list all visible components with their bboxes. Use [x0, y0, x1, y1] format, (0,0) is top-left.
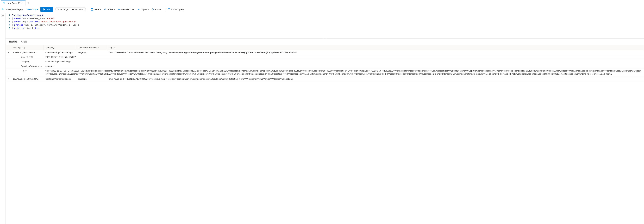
detail-row: Log_s time="2023-11-07T18:41:45.51159071… — [6, 68, 644, 77]
new-alert-button[interactable]: New alert rule — [117, 7, 134, 11]
table-row[interactable]: 11/7/2023, 6:41:45.511 … ContainerAppCon… — [6, 50, 644, 55]
tab-label: New Query 1* — [7, 2, 20, 4]
run-label: Run — [46, 8, 50, 10]
scope-section: workspace-stageg… Select scope — [2, 8, 38, 10]
col-app[interactable]: ContainerAppName_s — [76, 45, 107, 50]
save-button[interactable]: Save ▾ — [90, 7, 101, 11]
cell-log: time="2023-11-07T18:41:00.718468847Z" le… — [107, 77, 644, 81]
svg-point-1 — [2, 8, 3, 9]
cell-log: time="2023-11-07T18:41:45.511590713Z" le… — [107, 50, 644, 55]
detail-value: 2023-11-07T18:41:45.5116722Z — [44, 55, 644, 59]
save-icon — [91, 8, 93, 11]
expander-header — [6, 45, 11, 50]
chevron-down-icon: ▾ — [148, 8, 149, 10]
results-tabs: Results Chart — [6, 39, 644, 45]
col-log[interactable]: Log_s — [107, 45, 644, 50]
save-label: Save — [94, 8, 99, 10]
export-button[interactable]: Export ▾ — [137, 7, 149, 11]
detail-value: time="2023-11-07T18:41:45.511590713Z" le… — [44, 68, 644, 77]
detail-row: time_t [UTC] 2023-11-07T18:41:45.5116722… — [6, 55, 644, 59]
plus-icon — [118, 8, 120, 11]
export-icon — [137, 8, 140, 11]
detail-value: stageapp — [44, 64, 644, 68]
close-icon[interactable]: ✕ — [21, 1, 24, 4]
tab-results[interactable]: Results — [9, 39, 18, 45]
select-scope-link[interactable]: Select scope — [26, 8, 38, 10]
main-panel: 12345 ContainerAppConsoleLogs_CL | where… — [6, 13, 644, 224]
share-button[interactable]: Share ▾ — [104, 7, 115, 11]
cell-app: stageapp — [76, 77, 107, 81]
log-analytics-icon — [3, 2, 6, 4]
workspace-name[interactable]: workspace-stageg… — [6, 8, 25, 10]
new-tab-button[interactable]: + — [26, 1, 31, 4]
svg-point-0 — [4, 2, 4, 3]
query-tabs: New Query 1* ✕ + — [0, 0, 644, 6]
detail-key: Log_s — [11, 68, 44, 77]
chevron-down-icon: ▾ — [162, 8, 162, 10]
run-button[interactable]: Run — [40, 7, 53, 12]
header-row: time_t [UTC] Category ContainerAppName_s… — [6, 45, 644, 50]
results-grid: time_t [UTC] Category ContainerAppName_s… — [6, 45, 644, 81]
new-alert-label: New alert rule — [121, 8, 134, 10]
detail-value: ContainerAppConsoleLogs — [44, 59, 644, 64]
pin-button[interactable]: Pin to ▾ — [151, 7, 163, 11]
share-icon — [104, 8, 106, 11]
tab-new-query-1[interactable]: New Query 1* ✕ — [1, 0, 26, 6]
table-row[interactable]: 11/7/2023, 6:41:00.718 PM ContainerAppCo… — [6, 77, 644, 81]
pin-label: Pin to — [155, 8, 160, 10]
cell-app: stageapp — [76, 50, 107, 55]
detail-key: ContainerAppName_s — [11, 64, 44, 68]
time-range-picker[interactable]: Time range : Last 24 hours — [55, 7, 86, 11]
export-label: Export — [141, 8, 147, 10]
format-query-button[interactable]: Format query — [167, 7, 184, 11]
chevron-down-icon: ▾ — [114, 8, 115, 10]
expand-panel-button[interactable] — [0, 13, 6, 224]
cell-time: 11/7/2023, 6:41:45.511 … — [11, 50, 44, 55]
toolbar-divider — [88, 7, 88, 11]
cell-category: ContainerAppConsoleLogs — [44, 77, 76, 81]
detail-key: Category — [11, 59, 44, 64]
detail-row: ContainerAppName_s stageapp — [6, 64, 644, 68]
format-label: Format query — [171, 8, 184, 10]
content-area: 12345 ContainerAppConsoleLogs_CL | where… — [0, 13, 644, 224]
chevron-right-icon — [8, 78, 9, 80]
col-time[interactable]: time_t [UTC] — [11, 45, 44, 50]
chevron-down-icon: ▾ — [100, 8, 101, 10]
splitter-handle[interactable]: • • • — [6, 37, 644, 39]
detail-row: Category ContainerAppConsoleLogs — [6, 59, 644, 64]
format-icon — [168, 8, 170, 11]
chevron-down-icon — [8, 52, 9, 53]
cell-category: ContainerAppConsoleLogs — [44, 50, 76, 55]
time-range-label: Time range : — [58, 8, 70, 10]
share-label: Share — [108, 8, 113, 10]
detail-key: time_t [UTC] — [11, 55, 44, 59]
play-icon — [43, 8, 46, 11]
pin-icon — [152, 8, 154, 11]
row-expander[interactable] — [6, 50, 11, 55]
query-toolbar: workspace-stageg… Select scope Run Time … — [0, 6, 644, 13]
col-category[interactable]: Category — [44, 45, 76, 50]
tab-chart[interactable]: Chart — [21, 39, 27, 45]
query-editor[interactable]: 12345 ContainerAppConsoleLogs_CL | where… — [6, 13, 644, 37]
row-expander[interactable] — [6, 77, 11, 81]
time-range-value: Last 24 hours — [70, 8, 83, 10]
code-area[interactable]: ContainerAppConsoleLogs_CL | where Conta… — [12, 14, 644, 37]
log-analytics-icon — [2, 8, 4, 10]
line-gutter: 12345 — [6, 14, 12, 37]
double-chevron-right-icon — [2, 14, 4, 16]
cell-time: 11/7/2023, 6:41:00.718 PM — [11, 77, 44, 81]
